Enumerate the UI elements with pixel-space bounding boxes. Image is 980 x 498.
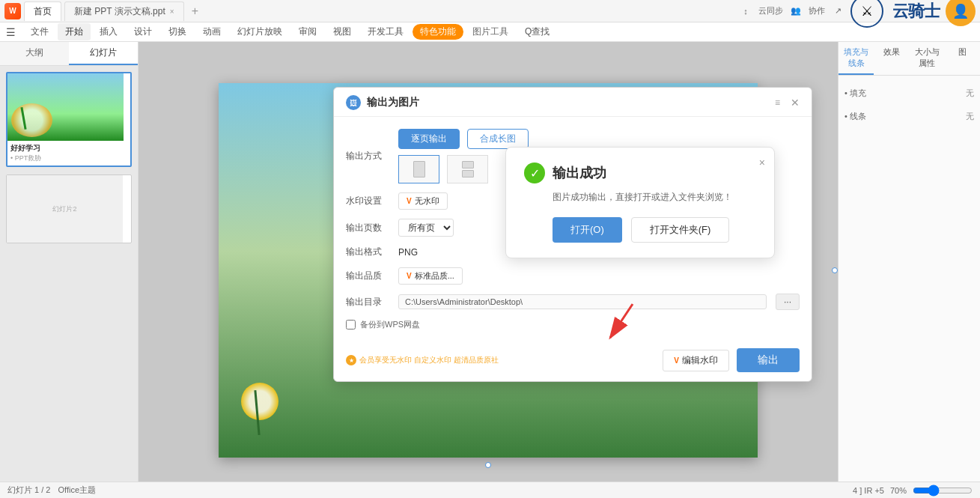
popup-close-btn[interactable]: × bbox=[759, 157, 765, 168]
edit-watermark-btn[interactable]: V 编辑水印 bbox=[663, 350, 729, 371]
tab-outline[interactable]: 大纲 bbox=[0, 42, 69, 65]
file-menu-icon[interactable]: ☰ bbox=[6, 26, 16, 38]
tab-slideshow[interactable]: 幻灯片放映 bbox=[230, 23, 290, 40]
slide-1-thumb[interactable]: 好好学习 • PPT救胁 bbox=[6, 72, 132, 167]
detection-text: 4 ] IR +5 bbox=[853, 486, 884, 495]
handle-bottom[interactable] bbox=[485, 462, 491, 468]
dialog-actions: V 编辑水印 输出 bbox=[663, 348, 800, 372]
tab-design[interactable]: 设计 bbox=[127, 23, 159, 40]
tab-search[interactable]: Q查找 bbox=[517, 23, 557, 40]
wps-v-icon: V bbox=[407, 197, 412, 205]
sync-label: 云同步 bbox=[758, 5, 783, 16]
panel-tab-fill[interactable]: 填充与线条 bbox=[839, 42, 874, 75]
output-tab-page[interactable]: 逐页输出 bbox=[398, 129, 460, 149]
canvas-area[interactable]: 🖼 输出为图片 ≡ ✕ 输出方式 逐页输出 合成长图 bbox=[139, 42, 838, 498]
backup-checkbox[interactable] bbox=[346, 320, 356, 330]
quality-label: 输出品质 bbox=[346, 270, 398, 282]
preview-merge-icon bbox=[462, 161, 474, 177]
share-icon[interactable]: ↗ bbox=[831, 4, 844, 18]
tab-special[interactable]: 特色功能 bbox=[413, 24, 463, 40]
slide-2-thumb[interactable]: 幻灯片2 bbox=[6, 174, 132, 243]
tab-start[interactable]: 开始 bbox=[58, 23, 91, 40]
output-mode-tabs: 逐页输出 合成长图 bbox=[398, 129, 800, 149]
dir-row: 输出目录 C:\Users\Administrator\Desktop\ ··· bbox=[346, 294, 800, 310]
dialog-title-right: ≡ ✕ bbox=[775, 97, 800, 109]
slides-panel[interactable]: 1 好好学习 • PPT救胁 2 bbox=[0, 66, 138, 498]
sidebar-tab-bar: 大纲 幻灯片 bbox=[0, 42, 138, 66]
slide-info: 幻灯片 1 / 2 bbox=[7, 485, 50, 496]
line-row: • 线条 无 bbox=[844, 105, 974, 128]
avatar[interactable]: 👤 bbox=[946, 0, 976, 26]
dialog-title-left: 🖼 输出为图片 bbox=[346, 95, 419, 110]
dir-label: 输出目录 bbox=[346, 296, 398, 309]
dialog-icon: 🖼 bbox=[346, 95, 361, 110]
tab-animation[interactable]: 动画 bbox=[195, 23, 228, 40]
quality-btn-label: 标准品质... bbox=[415, 270, 454, 282]
pages-label: 输出页数 bbox=[346, 222, 398, 234]
doc-tab-label: 新建 PPT 演示文稿.ppt bbox=[74, 5, 165, 18]
output-mode-label: 输出方式 bbox=[346, 150, 398, 163]
panel-tab-size[interactable]: 大小与属性 bbox=[910, 42, 945, 75]
tab-view[interactable]: 视图 bbox=[326, 23, 359, 40]
handle-right bbox=[832, 267, 838, 273]
preview-box-2[interactable] bbox=[447, 155, 488, 183]
output-btn[interactable]: 输出 bbox=[737, 348, 800, 372]
preview-slide-icon bbox=[413, 161, 425, 177]
tab-devtools[interactable]: 开发工具 bbox=[360, 23, 411, 40]
zoom-slider[interactable] bbox=[913, 485, 973, 497]
panel-tab-effect[interactable]: 效果 bbox=[874, 42, 909, 75]
slide-1-subtitle: • PPT救胁 bbox=[10, 154, 127, 163]
quality-v-icon: V bbox=[407, 272, 412, 280]
collab-icon[interactable]: 👥 bbox=[789, 4, 803, 18]
dir-input[interactable]: C:\Users\Administrator\Desktop\ bbox=[398, 294, 767, 309]
zoom-value: 70% bbox=[890, 486, 907, 495]
fill-label: • 填充 bbox=[844, 85, 866, 102]
popup-open-btn[interactable]: 打开(O) bbox=[553, 217, 622, 243]
success-icon: ✓ bbox=[524, 163, 545, 183]
member-icon: ★ bbox=[346, 355, 356, 365]
doc-tab[interactable]: 新建 PPT 演示文稿.ppt × bbox=[64, 1, 184, 21]
backup-label: 备份到WPS网盘 bbox=[360, 319, 420, 330]
tab-review[interactable]: 审阅 bbox=[291, 23, 324, 40]
popup-buttons: 打开(O) 打开文件夹(F) bbox=[524, 217, 756, 243]
tab-switch[interactable]: 切换 bbox=[161, 23, 194, 40]
quality-btn[interactable]: V 标准品质... bbox=[398, 267, 463, 285]
doc-tab-close[interactable]: × bbox=[170, 7, 174, 16]
dialog-bottom: ★ 会员享受无水印 自定义水印 超清品质原社 V 编辑水印 输出 bbox=[334, 342, 812, 381]
watermark-btn[interactable]: V 无水印 bbox=[398, 192, 448, 210]
yunqishi-logo: ⚔ bbox=[850, 0, 883, 28]
format-value: PNG bbox=[398, 247, 418, 258]
edit-watermark-label: 编辑水印 bbox=[682, 354, 718, 367]
brand-name: 云骑士 bbox=[892, 0, 940, 22]
watermark-label: 水印设置 bbox=[346, 195, 398, 207]
dialog-menu-icon[interactable]: ≡ bbox=[775, 97, 780, 108]
home-tab[interactable]: 首页 bbox=[24, 1, 61, 21]
output-tab-merge[interactable]: 合成长图 bbox=[467, 129, 529, 149]
popup-desc: 图片成功输出，直接打开或进入文件夹浏览！ bbox=[524, 191, 756, 204]
main-area: 大纲 幻灯片 1 好好学习 • PPT救胁 bbox=[0, 42, 838, 498]
theme-info: Office主题 bbox=[58, 485, 96, 496]
popup-open-folder-btn[interactable]: 打开文件夹(F) bbox=[631, 217, 730, 243]
line-label: • 线条 bbox=[844, 108, 866, 125]
sync-icon[interactable]: ↕ bbox=[739, 4, 752, 18]
slide-flowers-left bbox=[234, 345, 323, 435]
dialog-title: 输出为图片 bbox=[367, 96, 419, 109]
panel-tab-img[interactable]: 图 bbox=[945, 42, 980, 75]
quality-control: V 标准品质... bbox=[398, 267, 800, 285]
dir-more-btn[interactable]: ··· bbox=[776, 294, 800, 310]
title-bar: W 首页 新建 PPT 演示文稿.ppt × + ↕ 云同步 👥 协作 ↗ ⚔ … bbox=[0, 0, 980, 22]
warrior-icon: ⚔ bbox=[861, 3, 873, 19]
preview-box-1[interactable] bbox=[398, 155, 439, 183]
tab-imgtools[interactable]: 图片工具 bbox=[465, 23, 516, 40]
pages-select[interactable]: 所有页 bbox=[398, 219, 454, 237]
tab-slides[interactable]: 幻灯片 bbox=[69, 42, 138, 65]
tab-insert[interactable]: 插入 bbox=[92, 23, 125, 40]
right-panel: 填充与线条 效果 大小与属性 图 • 填充 无 • 线条 无 bbox=[838, 42, 980, 498]
edit-wm-v-icon: V bbox=[674, 356, 679, 365]
fill-value: 无 bbox=[966, 88, 974, 99]
tab-file[interactable]: 文件 bbox=[23, 23, 56, 40]
new-tab-button[interactable]: + bbox=[187, 4, 203, 18]
dialog-close-btn[interactable]: ✕ bbox=[791, 97, 800, 109]
slide-1-title: 好好学习 bbox=[10, 143, 127, 154]
member-tip-text: 会员享受无水印 自定义水印 超清品质原社 bbox=[359, 355, 499, 365]
